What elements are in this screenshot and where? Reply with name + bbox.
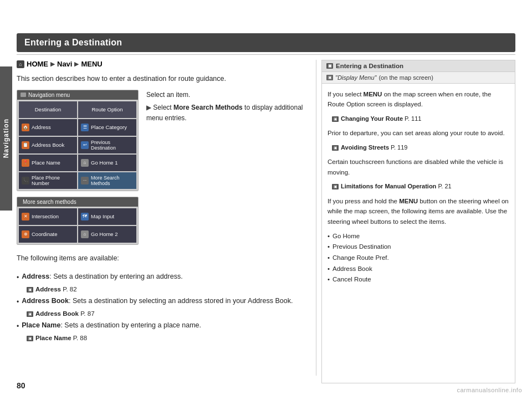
rp-bi-prev-dest: • Previous Destination xyxy=(328,242,509,253)
more-cell-coordinate[interactable]: ⊕ Coordinate xyxy=(19,226,77,243)
nav-cell-address-book[interactable]: 📋 Address Book xyxy=(19,137,77,153)
right-panel-sub: ▣ "Display Menu" (on the map screen) xyxy=(322,72,515,84)
bullet-dot-2: • xyxy=(17,296,19,307)
description-text: This section describes how to enter a de… xyxy=(17,74,310,84)
more-cell-go-home2[interactable]: ⌂ Go Home 2 xyxy=(78,226,136,243)
sidebar-navigation-tab: Navigation xyxy=(0,66,12,211)
instructions-col: Select an item. ▶ Select More Search Met… xyxy=(146,90,310,126)
rp-bi-label-3: Change Route Pref. xyxy=(332,253,389,264)
map-input-label: Map Input xyxy=(91,213,114,219)
go-home2-label: Go Home 2 xyxy=(91,231,118,237)
more-search-screen: More search methods ✕ Intersection 🗺 Map… xyxy=(17,197,139,245)
nav-cell-place-name[interactable]: 📍 Place Name xyxy=(19,155,77,171)
nav-cell-place-phone[interactable]: 📞 Place Phone Number xyxy=(19,172,77,189)
rp-ref-limitations: ▣ Limitations for Manual Operation P. 21 xyxy=(332,182,509,192)
more-screen-header: More search methods xyxy=(17,197,138,207)
home-label: HOME xyxy=(27,60,48,68)
nav-cell-place-category[interactable]: ☰ Place Category xyxy=(78,119,136,136)
ref-text-addr-book: Address Book P. 87 xyxy=(35,309,95,320)
rp-bullet-list: • Go Home • Previous Destination • Chang… xyxy=(328,231,509,285)
rp-ref-changing-route: ▣ Changing Your Route P. 111 xyxy=(332,114,509,124)
rp-ref-icon-3: ▣ xyxy=(332,184,339,189)
rp-ref-avoiding-streets: ▣ Avoiding Streets P. 119 xyxy=(332,143,509,153)
home-nav-line: HOME ▶ Navi ▶ MENU xyxy=(17,60,310,68)
nav-cell-place-cat-label: Place Category xyxy=(91,124,127,130)
sub-ref-place-name: ▣ Place Name P. 88 xyxy=(27,333,310,344)
rp-para-1: If you select MENU on the map screen whe… xyxy=(328,89,509,110)
nav-cell-prev-dest-label: Previous Destination xyxy=(91,140,134,151)
nav-cell-route-option[interactable]: Route Option xyxy=(78,101,136,118)
rp-bi-dot-4: • xyxy=(328,264,330,275)
rp-title-text: Entering a Destination xyxy=(336,63,403,69)
screen-icon xyxy=(21,93,26,97)
rp-ref-text-3: Limitations for Manual Operation P. 21 xyxy=(341,182,452,192)
rp-bi-dot-2: • xyxy=(328,242,330,253)
rp-sub-icon: ▣ xyxy=(326,75,333,80)
rp-bi-addr-book: • Address Book xyxy=(328,264,509,275)
nav-cell-place-phone-label: Place Phone Number xyxy=(32,175,74,186)
rp-ref-icon-1: ▣ xyxy=(332,116,339,122)
place-name-icon: 📍 xyxy=(22,159,29,167)
nav-cell-address-label: Address xyxy=(32,124,51,130)
sub-ref-addr-book: ▣ Address Book P. 87 xyxy=(27,309,310,320)
intersection-label: Intersection xyxy=(32,213,59,219)
right-panel-body: If you select MENU on the map screen whe… xyxy=(322,84,515,291)
rp-sub-italic: "Display Menu" xyxy=(335,74,376,81)
menu-label: MENU xyxy=(81,60,102,68)
ref-icon-place-name: ▣ xyxy=(27,336,33,341)
more-cell-map-input[interactable]: 🗺 Map Input xyxy=(78,208,136,225)
rp-ref-icon-2: ▣ xyxy=(332,145,339,151)
ref-icon-addr-book: ▣ xyxy=(27,311,33,317)
bullet-item-address: • Address: Sets a destination by enterin… xyxy=(17,271,310,283)
nav-cell-go-home1[interactable]: ⌂ Go Home 1 xyxy=(78,155,136,171)
select-more-text: ▶ Select More Search Methods to display … xyxy=(146,102,310,124)
intersection-icon: ✕ xyxy=(22,213,29,220)
rp-bi-dot-3: • xyxy=(328,253,330,264)
select-item-text: Select an item. xyxy=(146,90,310,100)
header-rule xyxy=(17,54,515,55)
nav-cell-place-name-label: Place Name xyxy=(32,160,60,166)
nav-cell-address[interactable]: 🏠 Address xyxy=(19,119,77,136)
coordinate-label: Coordinate xyxy=(32,231,57,237)
navi-label: Navi xyxy=(57,60,72,68)
right-panel: ▣ Entering a Destination ▣ "Display Menu… xyxy=(321,60,515,383)
address-icon: 🏠 xyxy=(22,124,29,131)
main-content: HOME ▶ Navi ▶ MENU This section describe… xyxy=(17,60,310,383)
more-grid: ✕ Intersection 🗺 Map Input ⊕ Coordinate … xyxy=(17,207,138,244)
nav-screen-header: Navigation menu xyxy=(17,90,138,100)
rp-para-3: Certain touchscreen functions are disabl… xyxy=(328,157,509,177)
rp-bi-cancel-route: • Cancel Route xyxy=(328,274,509,285)
rp-bi-change-route: • Change Route Pref. xyxy=(328,253,509,264)
sub-ref-address: ▣ Address P. 82 xyxy=(27,284,310,295)
bullet-list: • Address: Sets a destination by enterin… xyxy=(17,271,310,344)
ref-icon-address: ▣ xyxy=(27,287,33,293)
nav-menu-screen: Navigation menu Destination Route Option… xyxy=(17,90,139,191)
vertical-rule xyxy=(316,60,316,376)
screens-column: Navigation menu Destination Route Option… xyxy=(17,90,139,245)
home-icon xyxy=(17,60,24,68)
rp-bi-dot-5: • xyxy=(328,274,330,285)
ref-text-address: Address P. 82 xyxy=(35,284,77,295)
page-number: 80 xyxy=(17,381,25,390)
prev-dest-icon: ↩ xyxy=(81,141,89,149)
following-items-label: The following items are available: xyxy=(17,253,310,264)
bullet-text-address: Address: Sets a destination by entering … xyxy=(22,271,182,283)
nav-cell-destination[interactable]: Destination xyxy=(19,101,77,118)
rp-title-icon: ▣ xyxy=(326,63,333,69)
more-cell-intersection[interactable]: ✕ Intersection xyxy=(19,208,77,225)
nav-grid: Destination Route Option 🏠 Address ☰ Pla… xyxy=(17,100,138,191)
rp-sub-rest: (on the map screen) xyxy=(378,74,433,81)
nav-cell-more-search[interactable]: ··· More Search Methods xyxy=(78,172,136,189)
select-arrow: ▶ xyxy=(146,104,151,111)
nav-cell-prev-dest[interactable]: ↩ Previous Destination xyxy=(78,137,136,153)
arrow1: ▶ xyxy=(50,60,55,68)
rp-bi-label-2: Previous Destination xyxy=(332,242,391,253)
ref-text-place-name: Place Name P. 88 xyxy=(35,333,87,344)
nav-screen-title: Navigation menu xyxy=(28,92,70,98)
go-home2-icon: ⌂ xyxy=(81,230,89,238)
coordinate-icon: ⊕ xyxy=(22,230,29,238)
watermark: carmanualsonline.info xyxy=(457,387,522,393)
rp-ref-text-2: Avoiding Streets P. 119 xyxy=(341,143,407,153)
rp-bi-label-1: Go Home xyxy=(332,231,360,242)
bullet-dot-1: • xyxy=(17,272,19,283)
